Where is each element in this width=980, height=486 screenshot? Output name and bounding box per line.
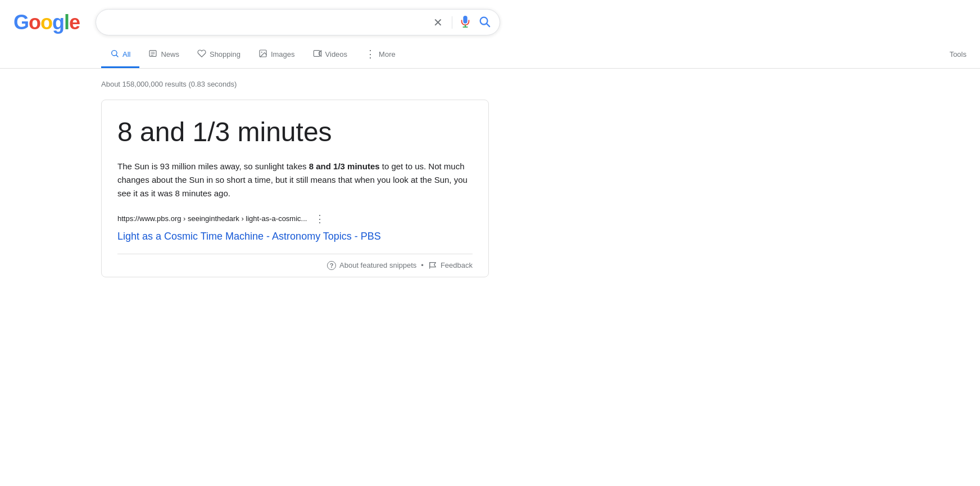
- snippet-description: The Sun is 93 million miles away, so sun…: [117, 160, 473, 200]
- flag-icon: [428, 261, 437, 270]
- results-count: About 158,000,000 results (0.83 seconds): [101, 80, 506, 88]
- search-button[interactable]: [478, 15, 491, 29]
- tab-videos-label: Videos: [325, 50, 348, 58]
- all-icon: [110, 49, 119, 60]
- main-content: About 158,000,000 results (0.83 seconds)…: [0, 69, 506, 277]
- mic-icon: [459, 15, 471, 29]
- help-icon: ?: [327, 261, 336, 270]
- snippet-answer: 8 and 1/3 minutes: [117, 116, 473, 148]
- mic-button[interactable]: [459, 15, 471, 29]
- snippet-dots-icon: ⋮: [315, 213, 325, 224]
- snippet-options-button[interactable]: ⋮: [311, 212, 328, 226]
- videos-icon: [313, 49, 322, 60]
- search-input[interactable]: how long does it take for light from the…: [105, 17, 424, 28]
- tab-all[interactable]: All: [101, 43, 139, 68]
- search-icon: [478, 15, 491, 29]
- tools-label: Tools: [950, 50, 967, 58]
- svg-point-9: [261, 51, 262, 52]
- tab-more[interactable]: ⋮ More: [356, 42, 405, 69]
- snippet-footer: ? About featured snippets • Feedback: [117, 254, 473, 277]
- svg-line-3: [116, 55, 118, 56]
- search-bar: how long does it take for light from the…: [96, 9, 500, 35]
- header: Google how long does it take for light f…: [0, 0, 980, 35]
- clear-button[interactable]: ✕: [431, 16, 445, 29]
- tab-videos[interactable]: Videos: [304, 43, 357, 68]
- svg-marker-11: [319, 50, 321, 56]
- more-dots-icon: ⋮: [365, 48, 375, 60]
- news-icon: [148, 49, 157, 60]
- tab-all-label: All: [122, 50, 130, 58]
- snippet-url: https://www.pbs.org › seeinginthedark › …: [117, 214, 307, 223]
- google-logo[interactable]: Google: [13, 11, 80, 34]
- clear-icon: ✕: [433, 16, 443, 29]
- svg-line-1: [487, 24, 489, 26]
- tab-more-label: More: [379, 50, 396, 58]
- featured-snippet: 8 and 1/3 minutes The Sun is 93 million …: [101, 100, 489, 277]
- shopping-icon: [197, 49, 206, 60]
- about-snippets[interactable]: ? About featured snippets: [327, 261, 416, 270]
- tools-tab[interactable]: Tools: [941, 44, 980, 67]
- snippet-link[interactable]: Light as a Cosmic Time Machine - Astrono…: [117, 231, 473, 254]
- search-icons: ✕: [431, 15, 491, 29]
- divider: [452, 16, 452, 29]
- dot-separator: •: [421, 261, 424, 269]
- about-snippets-label: About featured snippets: [339, 261, 416, 269]
- tab-news[interactable]: News: [139, 43, 188, 68]
- tab-images-label: Images: [271, 50, 295, 58]
- feedback-button[interactable]: Feedback: [428, 261, 473, 270]
- tab-shopping[interactable]: Shopping: [188, 43, 249, 68]
- snippet-source-row: https://www.pbs.org › seeinginthedark › …: [117, 212, 473, 226]
- tab-news-label: News: [161, 50, 179, 58]
- tab-shopping-label: Shopping: [210, 50, 241, 58]
- tab-images[interactable]: Images: [249, 43, 304, 68]
- feedback-label: Feedback: [441, 261, 473, 269]
- nav-tabs: All News Shopping: [0, 38, 980, 69]
- images-icon: [258, 49, 267, 60]
